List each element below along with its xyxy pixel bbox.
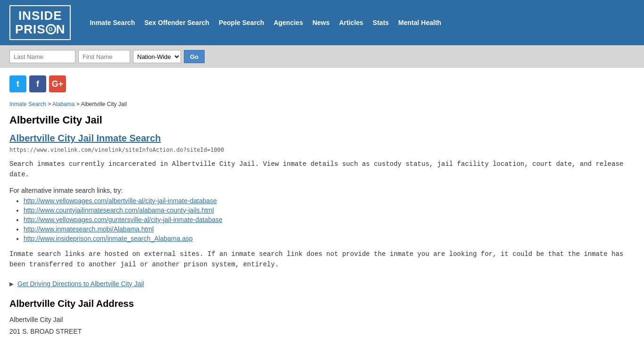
site-header: INSIDE PRISON Inmate Search Sex Offender… xyxy=(0,0,644,45)
description-text: Search inmates currently incarcerated in… xyxy=(9,159,635,180)
list-item: http://www.countyjailinmatesearch.com/al… xyxy=(24,206,635,214)
driving-directions-row: ▸ Get Driving Directions to Albertville … xyxy=(9,279,635,289)
alt-link-4[interactable]: http://www.inmatesearch.mobi/Alabama.htm… xyxy=(24,225,154,233)
lastname-input[interactable] xyxy=(9,50,75,63)
logo-inside-text: INSIDE xyxy=(15,9,65,23)
logo-n-text: N xyxy=(56,23,66,36)
social-row: t f G+ xyxy=(0,68,644,96)
address-block: Albertville City Jail 201 S. BROAD STREE… xyxy=(9,314,635,337)
nav-people-search[interactable]: People Search xyxy=(214,17,269,28)
car-icon: ▸ xyxy=(9,279,14,289)
twitter-icon[interactable]: t xyxy=(9,75,26,92)
list-item: http://www.inmatesearch.mobi/Alabama.htm… xyxy=(24,225,635,233)
region-select[interactable]: Nation-Wide Alabama Alaska Arizona Arkan… xyxy=(133,50,181,63)
breadcrumb-separator-1: > xyxy=(48,101,52,107)
alt-links-intro: For alternative inmate search links, try… xyxy=(9,187,635,194)
breadcrumb-current: Albertville City Jail xyxy=(81,101,126,107)
vinelink-url: https://www.vinelink.com/vinelink/siteIn… xyxy=(9,147,635,153)
nav-mental-health[interactable]: Mental Health xyxy=(394,17,446,28)
nav-sex-offender-search[interactable]: Sex Offender Search xyxy=(140,17,214,28)
logo-o-icon: O xyxy=(46,24,56,34)
go-button[interactable]: Go xyxy=(184,50,205,63)
disclaimer-text: Inmate search links are hosted on extern… xyxy=(9,249,635,270)
search-bar: Nation-Wide Alabama Alaska Arizona Arkan… xyxy=(0,45,644,68)
alt-link-3[interactable]: http://www.yellowpages.com/guntersville-… xyxy=(24,216,223,223)
logo-pris-text: PRIS xyxy=(15,23,46,36)
nav-agencies[interactable]: Agencies xyxy=(269,17,307,28)
breadcrumb-alabama[interactable]: Alabama xyxy=(52,101,74,107)
main-nav: Inmate Search Sex Offender Search People… xyxy=(85,17,446,28)
list-item: http://www.yellowpages.com/guntersville-… xyxy=(24,216,635,223)
facebook-icon[interactable]: f xyxy=(29,75,46,92)
page-title: Albertville City Jail xyxy=(9,114,635,126)
alt-link-5[interactable]: http://www.insideprison.com/inmate_searc… xyxy=(24,235,193,242)
alt-links-list: http://www.yellowpages.com/albertville-a… xyxy=(9,197,635,242)
breadcrumb-inmate-search[interactable]: Inmate Search xyxy=(9,101,46,107)
list-item: http://www.yellowpages.com/albertville-a… xyxy=(24,197,635,205)
list-item: http://www.insideprison.com/inmate_searc… xyxy=(24,235,635,242)
nav-inmate-search[interactable]: Inmate Search xyxy=(85,17,140,28)
driving-directions-link[interactable]: Get Driving Directions to Albertville Ci… xyxy=(17,280,144,288)
alt-link-2[interactable]: http://www.countyjailinmatesearch.com/al… xyxy=(24,206,214,214)
breadcrumb: Inmate Search > Alabama > Albertville Ci… xyxy=(9,101,635,107)
main-content: Inmate Search > Alabama > Albertville Ci… xyxy=(0,96,644,352)
address-line-1: Albertville City Jail xyxy=(9,314,635,326)
firstname-input[interactable] xyxy=(78,50,130,63)
inmate-search-link[interactable]: Albertville City Jail Inmate Search xyxy=(9,133,635,144)
alt-link-1[interactable]: http://www.yellowpages.com/albertville-a… xyxy=(24,197,217,205)
nav-stats[interactable]: Stats xyxy=(368,17,394,28)
nav-articles[interactable]: Articles xyxy=(334,17,368,28)
logo-prison-text: PRISON xyxy=(15,23,65,36)
address-section-title: Albertville City Jail Address xyxy=(9,298,635,309)
google-plus-icon[interactable]: G+ xyxy=(49,75,66,92)
address-line-2: 201 S. BROAD STREET xyxy=(9,326,635,337)
site-logo[interactable]: INSIDE PRISON xyxy=(9,5,71,40)
nav-news[interactable]: News xyxy=(308,17,335,28)
